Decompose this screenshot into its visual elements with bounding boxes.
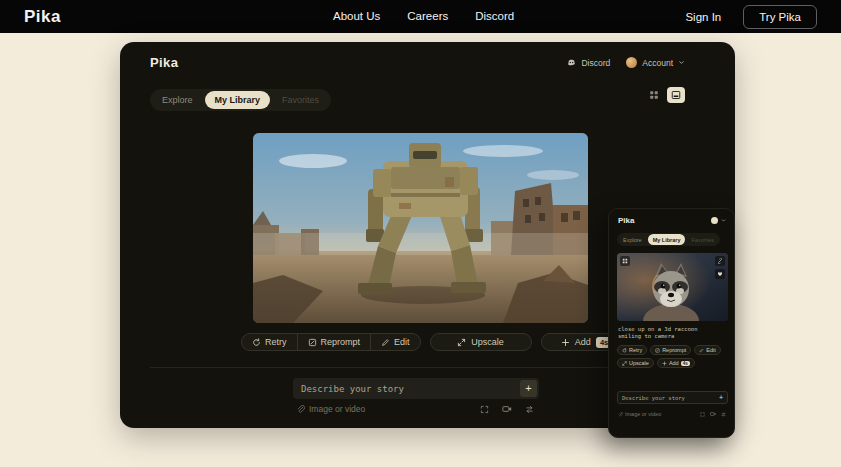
mobile-prompt-bar: + bbox=[617, 391, 728, 404]
account-avatar bbox=[626, 57, 637, 68]
camera-icon bbox=[502, 404, 512, 414]
reprompt-label: Reprompt bbox=[321, 337, 361, 347]
mobile-camera-button[interactable] bbox=[710, 411, 716, 417]
library-tabs: Explore My Library Favorites bbox=[150, 89, 331, 111]
reprompt-icon bbox=[308, 338, 317, 347]
try-pika-button[interactable]: Try Pika bbox=[743, 5, 817, 29]
mobile-prompt-input[interactable] bbox=[618, 392, 715, 403]
add-plus-icon bbox=[561, 338, 570, 347]
mobile-thumb-grid-badge[interactable] bbox=[620, 256, 630, 266]
reprompt-button[interactable]: Reprompt bbox=[298, 334, 371, 350]
retry-button[interactable]: Retry bbox=[242, 334, 297, 350]
mobile-add-plus-icon bbox=[662, 361, 667, 366]
mobile-swap-arrows-icon bbox=[721, 412, 726, 417]
upscale-button[interactable]: Upscale bbox=[430, 333, 532, 351]
mobile-edit-pencil-icon bbox=[699, 348, 704, 353]
mobile-video-caption: close up on a 3d raccoon smiling to came… bbox=[618, 326, 704, 341]
mobile-tab-explore[interactable]: Explore bbox=[618, 234, 647, 245]
topbar: Pika About Us Careers Discord Sign In Tr… bbox=[0, 0, 841, 33]
add-label: Add bbox=[575, 337, 591, 347]
view-toggles bbox=[645, 87, 685, 103]
chevron-down-icon bbox=[678, 59, 685, 66]
topbar-nav: About Us Careers Discord bbox=[333, 10, 514, 22]
mobile-prompt-meta-row: Image or video bbox=[618, 411, 726, 417]
discord-button[interactable]: Discord bbox=[567, 58, 610, 68]
app-header: Pika Discord Account bbox=[150, 55, 685, 70]
prompt-add-button[interactable]: + bbox=[520, 380, 537, 397]
upscale-icon bbox=[457, 338, 466, 347]
grid-badge-icon bbox=[622, 258, 628, 264]
mobile-video-thumbnail[interactable] bbox=[617, 253, 728, 321]
mobile-duration-badge: 4s bbox=[681, 361, 690, 366]
mobile-tab-favorites[interactable]: Favorites bbox=[686, 234, 719, 245]
upscale-label: Upscale bbox=[471, 337, 504, 347]
mobile-logo[interactable]: Pika bbox=[618, 216, 634, 225]
mobile-reprompt-label: Reprompt bbox=[662, 347, 686, 353]
mobile-edit-label: Edit bbox=[706, 347, 715, 353]
mobile-upscale-label: Upscale bbox=[629, 360, 649, 366]
swap-button[interactable] bbox=[525, 404, 534, 414]
mobile-prompt-tool-icons bbox=[700, 411, 726, 417]
card-view-icon bbox=[671, 90, 681, 100]
mobile-account-menu[interactable] bbox=[711, 217, 726, 224]
mobile-camera-icon bbox=[710, 411, 716, 417]
tab-favorites[interactable]: Favorites bbox=[272, 91, 329, 109]
topbar-right: Sign In Try Pika bbox=[685, 0, 817, 33]
paperclip-icon bbox=[296, 405, 305, 414]
prompt-meta-row: Image or video bbox=[296, 404, 534, 414]
mobile-expand-icon bbox=[700, 412, 705, 417]
raccoon-video-art bbox=[617, 253, 728, 321]
link-icon bbox=[717, 258, 723, 264]
mobile-upscale-icon bbox=[622, 361, 627, 366]
mobile-retry-icon bbox=[622, 348, 627, 353]
mobile-retry-label: Retry bbox=[629, 347, 642, 353]
mobile-tab-my-library[interactable]: My Library bbox=[648, 234, 686, 245]
edit-button-group: Retry Reprompt Edit bbox=[241, 333, 421, 351]
grid-view-button[interactable] bbox=[645, 87, 663, 103]
nav-about-us[interactable]: About Us bbox=[333, 10, 380, 22]
discord-label: Discord bbox=[581, 58, 610, 68]
account-label: Account bbox=[642, 58, 673, 68]
mobile-upscale-button[interactable]: Upscale bbox=[617, 358, 654, 368]
mobile-action-row-1: Retry Reprompt Edit bbox=[617, 345, 721, 355]
app-logo[interactable]: Pika bbox=[150, 55, 178, 70]
mobile-expand-button[interactable] bbox=[700, 411, 705, 417]
tab-my-library[interactable]: My Library bbox=[205, 91, 271, 109]
mobile-attach-media-label: Image or video bbox=[625, 411, 661, 417]
mobile-swap-button[interactable] bbox=[721, 411, 726, 417]
mobile-thumb-favorite-button[interactable] bbox=[715, 269, 725, 279]
mobile-add-label: Add bbox=[669, 360, 679, 366]
camera-button[interactable] bbox=[502, 404, 512, 414]
expand-button[interactable] bbox=[480, 404, 489, 414]
mobile-attach-media-button[interactable]: Image or video bbox=[618, 411, 661, 417]
attach-media-button[interactable]: Image or video bbox=[296, 404, 365, 414]
retry-icon bbox=[252, 338, 261, 347]
mobile-thumb-link-button[interactable] bbox=[715, 256, 725, 266]
mobile-reprompt-button[interactable]: Reprompt bbox=[650, 345, 691, 355]
mobile-prompt-add-button[interactable]: + bbox=[715, 394, 727, 401]
mobile-header: Pika bbox=[618, 216, 726, 225]
edit-label: Edit bbox=[394, 337, 410, 347]
retry-label: Retry bbox=[265, 337, 287, 347]
mobile-edit-button[interactable]: Edit bbox=[694, 345, 720, 355]
mobile-panel: Pika Explore My Library Favorites bbox=[608, 208, 735, 438]
heart-icon bbox=[717, 271, 723, 277]
edit-button[interactable]: Edit bbox=[371, 334, 420, 350]
prompt-input[interactable] bbox=[293, 378, 520, 399]
mobile-library-tabs: Explore My Library Favorites bbox=[617, 233, 720, 246]
video-action-row: Retry Reprompt Edit Upscale Add 4s bbox=[241, 333, 633, 351]
topbar-logo[interactable]: Pika bbox=[24, 7, 61, 27]
nav-discord[interactable]: Discord bbox=[475, 10, 514, 22]
tab-explore[interactable]: Explore bbox=[152, 91, 203, 109]
mobile-account-avatar bbox=[711, 217, 718, 224]
mobile-retry-button[interactable]: Retry bbox=[617, 345, 647, 355]
edit-pencil-icon bbox=[381, 338, 390, 347]
account-menu[interactable]: Account bbox=[626, 57, 685, 68]
mobile-chevron-down-icon bbox=[721, 218, 726, 223]
video-thumbnail[interactable] bbox=[253, 133, 588, 323]
mobile-add-button[interactable]: Add 4s bbox=[657, 358, 695, 368]
robot-video-art bbox=[253, 133, 588, 323]
sign-in-link[interactable]: Sign In bbox=[685, 11, 721, 23]
card-view-button[interactable] bbox=[667, 87, 685, 103]
nav-careers[interactable]: Careers bbox=[407, 10, 448, 22]
